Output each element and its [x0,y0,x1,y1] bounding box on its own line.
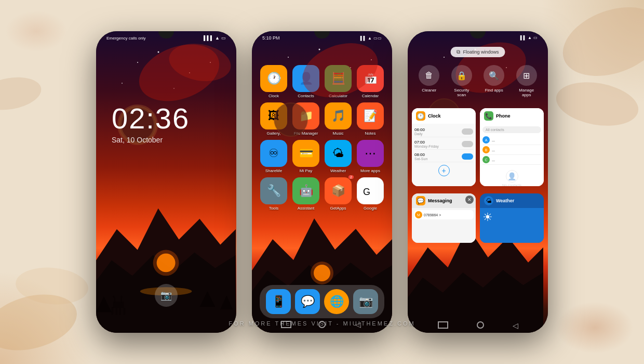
contact-name-1: ... [492,138,495,142]
nav-bar-3: ◁ [408,321,548,330]
svg-point-28 [280,77,281,79]
add-alarm-button[interactable]: + [438,165,450,176]
clock-app-icon: 🕐 [416,111,425,121]
recent-card-phone[interactable]: 📞 Phone All contacts A ... B ... [480,108,544,186]
svg-point-16 [153,250,179,276]
nav-bar-2: ◁ [252,319,392,330]
contact-row-2: B ... [482,145,541,155]
phone-1-screen: Emergency calls only ▌▌▌ ▲ ▭ 02:36 Sat, … [96,31,236,333]
dock-icon-camera[interactable]: 📷 [353,289,378,314]
toggle-1 [462,128,473,135]
contact-avatar-2: B [482,146,490,153]
phones-container: Emergency calls only ▌▌▌ ▲ ▭ 02:36 Sat, … [0,0,644,364]
messaging-card-body: M 0789864 > [412,208,476,243]
recent-card-clock[interactable]: 🕐 Clock 06:00 Daily [412,108,476,186]
messaging-title: Messaging [428,198,452,203]
svg-point-8 [122,83,123,84]
bottom-recent-apps: 💬 Messaging M 0789864 > ✕ 🌤 [412,193,544,243]
contact-row-3: C ... [482,155,541,165]
message-avatar: M [415,211,422,218]
phone-3-multitask: ▌▌ ▲ ▭ ⧉ Floating windows 🗑 Cleaner 🔒 Se… [408,31,548,333]
recent-card-weather[interactable]: 🌤 Weather ☀ [480,193,544,243]
alarm-row-2: 07:00 Monday-Friday [414,139,473,150]
svg-rect-19 [116,307,117,315]
svg-rect-24 [121,297,122,303]
dock-icon-chrome[interactable]: 🌐 [324,289,349,314]
contact-name-2: ... [492,148,495,152]
quick-action-findapps[interactable]: 🔍 Find apps [484,65,504,97]
dock: 📱 💬 🌐 📷 [260,285,384,318]
status-right-1: ▌▌▌ ▲ ▭ [204,35,226,41]
svg-point-35 [444,57,445,58]
add-alarm-container: + [414,165,473,176]
lock-bottom-icon-container: 📷 [155,284,178,307]
quick-actions: 🗑 Cleaner 🔒 Securityscan 🔍 Find apps ⊞ M… [408,62,548,100]
nav-recent-3[interactable]: ◁ [513,321,518,330]
svg-point-5 [137,62,138,63]
nav-recent-2[interactable]: ◁ [353,319,363,330]
time-display: 02:36 Sat, 10 October [96,104,236,144]
contact-name-3: ... [492,158,495,162]
nav-home-2[interactable] [318,321,326,328]
no-contacts-placeholder: 👤 No contacts [482,170,541,186]
cleaner-label: Cleaner [422,88,436,93]
toggle-2 [462,141,473,147]
message-preview: 0789864 > [424,213,441,217]
wifi-icon-3: ▲ [528,35,532,40]
nav-home-3[interactable] [477,321,484,329]
recent-apps: 🕐 Clock 06:00 Daily [412,108,544,186]
status-right-2: ▌▌ ▲ ▭▭ [360,36,382,41]
status-right-3: ▌▌ ▲ ▭ [520,35,538,40]
svg-point-31 [274,103,307,136]
phone-card-body: All contacts A ... B ... C ... [480,124,544,186]
floating-windows-bar[interactable]: ⧉ Floating windows [450,47,505,57]
contact-avatar-3: C [482,156,490,163]
signal-icon: ▌▌▌ [204,35,213,41]
recent-card-phone-header: 📞 Phone [480,108,544,124]
findapps-icon: 🔍 [484,65,504,86]
quick-action-security[interactable]: 🔒 Securityscan [451,65,472,97]
manageapps-icon: ⊞ [516,65,537,86]
phone-2-homescreen: 5:10 PM ▌▌ ▲ ▭▭ 🕐 Clock 👤 Contacts [252,31,392,333]
toggle-3 [462,153,473,160]
battery-icon-3: ▭ [533,35,538,40]
signal-icon-2: ▌▌ [360,36,366,41]
alarm-row-3: 08:00 Sat-Sun [414,151,473,162]
lock-camera-icon[interactable]: 📷 [155,284,178,307]
quick-action-manageapps[interactable]: ⊞ Manageapps [516,65,537,97]
wifi-icon-2: ▲ [368,36,372,41]
alarm-row-1: 06:00 Daily [414,126,473,137]
clock-date: Sat, 10 October [112,136,236,144]
wifi-icon: ▲ [215,35,220,41]
phone-card-title: Phone [496,113,511,119]
quick-action-cleaner[interactable]: 🗑 Cleaner [419,65,439,97]
close-messaging-button[interactable]: ✕ [465,196,474,204]
contact-row-1: A ... [482,135,541,145]
svg-rect-21 [124,308,125,315]
recent-card-messaging[interactable]: 💬 Messaging M 0789864 > ✕ [412,193,476,243]
floating-windows-label: Floating windows [463,49,499,55]
svg-rect-20 [119,308,121,315]
security-label: Securityscan [454,88,469,97]
dock-icon-phone[interactable]: 📱 [266,289,291,314]
battery-icon-2: ▭▭ [373,36,382,41]
signal-icon-3: ▌▌ [520,35,526,40]
phone-3-screen: ▌▌ ▲ ▭ ⧉ Floating windows 🗑 Cleaner 🔒 Se… [408,31,548,333]
dock-icon-messages[interactable]: 💬 [295,289,320,314]
message-row: M 0789864 > [414,210,474,219]
svg-rect-23 [114,297,115,303]
contact-avatar-1: A [482,136,490,144]
nav-back-3[interactable] [438,321,448,329]
svg-point-26 [319,49,320,50]
clock-time: 02:36 [112,104,236,133]
recent-card-clock-header: 🕐 Clock [412,108,476,124]
cleaner-icon: 🗑 [419,65,439,86]
floating-windows-icon: ⧉ [457,49,460,55]
svg-point-33 [311,262,333,284]
svg-point-25 [288,57,289,58]
contacts-search: All contacts [482,126,541,133]
messaging-icon: 💬 [416,196,425,205]
nav-back-2[interactable] [281,321,291,328]
svg-rect-18 [112,307,113,315]
status-time-2: 5:10 PM [262,35,280,41]
